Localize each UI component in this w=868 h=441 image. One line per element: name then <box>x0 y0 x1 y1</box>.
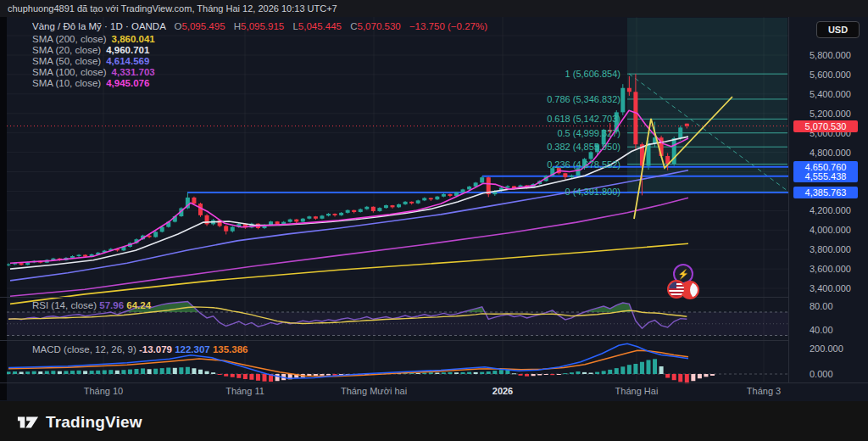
symbol-title: Vàng / Đô la Mỹ · 1D · OANDA <box>32 21 165 31</box>
sma-value: 3,860.041 <box>112 34 155 44</box>
price-axis-label: 3,600.000 <box>810 264 851 274</box>
sma-value: 4,331.703 <box>112 67 155 77</box>
time-axis-label: 2026 <box>492 386 513 396</box>
close-label: C <box>350 21 357 31</box>
level-price-tag: 4,555.438 <box>793 170 858 182</box>
pane-separator-rsi-macd[interactable] <box>0 340 788 341</box>
time-axis-label: Tháng 10 <box>84 386 123 396</box>
sma-label: SMA (20, close) <box>32 45 101 55</box>
time-axis-separator <box>0 382 868 383</box>
fib-level-label: 0.5 (4,999.327) <box>409 128 620 138</box>
price-axis-label: 5,600.000 <box>810 70 851 80</box>
left-margin <box>0 17 7 400</box>
fib-level-label: 0 (4,391.800) <box>409 187 620 197</box>
sma-legend-row[interactable]: SMA (100, close)4,331.703 <box>32 67 155 77</box>
high-value: 5,095.915 <box>241 21 284 31</box>
last-price-tag: 5,070.530 <box>793 120 858 132</box>
fib-level-label: 0.382 (4,855.950) <box>409 142 620 152</box>
rsi-legend[interactable]: RSI (14, close) 57.96 64.24 <box>32 300 151 310</box>
price-axis-label: 4,000.000 <box>810 225 851 235</box>
rsi-value: 57.96 <box>99 300 124 310</box>
price-axis-label: 5,800.000 <box>810 50 851 60</box>
change-value: −13.750 (−0.27%) <box>409 21 487 31</box>
sma-value: 4,614.569 <box>106 56 149 66</box>
chart-canvas[interactable] <box>0 0 868 441</box>
macd-label: MACD (close, 12, 26, 9) <box>32 344 136 354</box>
time-axis-label: Tháng 3 <box>747 386 781 396</box>
close-value: 5,070.530 <box>358 21 401 31</box>
macd-line-value: 122.307 <box>175 344 210 354</box>
tradingview-logo-icon <box>17 412 39 433</box>
sma-value: 4,945.076 <box>106 78 149 88</box>
macd-axis-label: 200.000 <box>810 343 843 354</box>
price-axis-separator <box>788 17 789 383</box>
fib-level-label: 0.236 (4,678.552) <box>409 159 620 170</box>
level-price-tag: 4,385.763 <box>793 187 858 198</box>
tradingview-snapshot: chuphuong4891 đã tạo với TradingView.com… <box>0 0 868 441</box>
sma-label: SMA (10, close) <box>32 78 101 88</box>
event-us-flag-icon[interactable] <box>667 280 686 299</box>
attribution-bar: chuphuong4891 đã tạo với TradingView.com… <box>0 0 868 17</box>
sma-legend-row[interactable]: SMA (50, close)4,614.569 <box>32 56 149 66</box>
price-axis-label: 4,200.000 <box>810 205 851 215</box>
macd-signal-value: 135.386 <box>213 344 248 354</box>
open-value: 5,095.495 <box>181 21 225 31</box>
sma-legend-row[interactable]: SMA (200, close)3,860.041 <box>32 34 155 44</box>
macd-legend[interactable]: MACD (close, 12, 26, 9) -13.079 122.307 … <box>32 344 248 354</box>
pane-separator-main-rsi[interactable] <box>0 297 788 298</box>
price-axis-label: 5,400.000 <box>810 89 851 99</box>
sma-label: SMA (50, close) <box>32 56 101 66</box>
rsi-axis-label: 40.00 <box>810 325 833 335</box>
price-axis-label: 3,400.000 <box>810 283 851 293</box>
sma-value: 4,960.701 <box>106 45 149 55</box>
sma-label: SMA (100, close) <box>32 67 107 77</box>
sma-label: SMA (200, close) <box>32 34 107 44</box>
fib-level-label: 1 (5,606.854) <box>409 69 620 79</box>
sma-legend-row[interactable]: SMA (10, close)4,945.076 <box>32 78 149 88</box>
attribution-text: chuphuong4891 đã tạo với TradingView.com… <box>8 3 337 14</box>
symbol-legend[interactable]: Vàng / Đô la Mỹ · 1D · OANDA O5,095.495 … <box>32 21 487 31</box>
tradingview-logo-text: TradingView <box>46 413 142 432</box>
flag-canton <box>669 282 676 288</box>
fib-level-label: 0.618 (5,142.703) <box>409 114 620 124</box>
low-value: 5,045.445 <box>298 21 342 31</box>
sma-legend-row[interactable]: SMA (20, close)4,960.701 <box>32 45 149 55</box>
tradingview-logo[interactable]: TradingView <box>17 412 142 433</box>
price-axis-label: 3,800.000 <box>810 244 851 254</box>
fib-level-label: 0.786 (5,346.832) <box>409 94 620 104</box>
rsi-axis-label: 80.00 <box>810 301 833 311</box>
price-axis-label: 4,800.000 <box>810 148 851 158</box>
time-axis-label: Tháng Hai <box>615 386 659 396</box>
rsi-label: RSI (14, close) <box>32 300 97 310</box>
time-axis-label: Tháng Mười hai <box>341 386 407 396</box>
currency-toggle-button[interactable]: USD <box>816 21 860 38</box>
rsi-ma-value: 64.24 <box>126 300 151 310</box>
macd-hist-value: -13.079 <box>139 344 172 354</box>
high-label: H <box>234 21 241 31</box>
price-axis-label: 5,200.000 <box>810 109 851 119</box>
macd-axis-label: 0.000 <box>810 369 833 379</box>
time-axis-label: Tháng 11 <box>225 386 264 396</box>
